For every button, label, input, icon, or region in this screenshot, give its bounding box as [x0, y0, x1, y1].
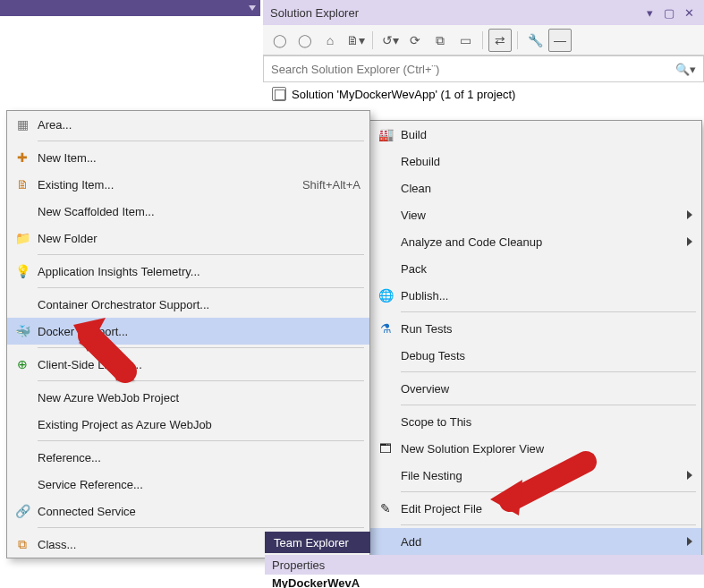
menu-item-label: New Azure WebJob Project [38, 391, 360, 405]
menu-item-label: Container Orchestrator Support... [38, 298, 360, 311]
menu-item-label: Area... [38, 118, 360, 132]
menu-item-label: Build [401, 128, 692, 141]
menu-item-label: Class... [38, 538, 275, 551]
menu-item-new-solution-explorer-view[interactable]: 🗔New Solution Explorer View [370, 435, 701, 462]
menu-item-overview[interactable]: Overview [370, 375, 701, 402]
team-explorer-tab[interactable]: Team Explorer [265, 532, 370, 553]
collapse-icon[interactable]: ▭ [454, 29, 477, 52]
properties-header: Properties [265, 555, 704, 575]
menu-item-label: File Nesting [401, 469, 669, 482]
menu-item-label: Service Reference... [38, 478, 360, 491]
toolbar-separator [372, 31, 373, 49]
menu-item-existing-item[interactable]: 🗎Existing Item...Shift+Alt+A [7, 171, 369, 198]
add-submenu: ▦Area...✚New Item...🗎Existing Item...Shi… [6, 110, 370, 558]
telemetry-icon: 💡 [7, 265, 38, 277]
solution-explorer-panel: Solution Explorer ▾ ▢ ✕ ◯ ◯ ⌂ 🗎▾ ↺▾ ⟳ ⧉ … [263, 0, 704, 106]
panel-dropdown-icon[interactable]: ▾ [641, 4, 657, 21]
menu-item-rebuild[interactable]: Rebuild [370, 148, 701, 175]
copy-icon[interactable]: ⧉ [428, 29, 452, 52]
menu-item-new-folder[interactable]: 📁New Folder [7, 225, 369, 251]
menu-separator [401, 491, 696, 492]
existing-item-icon: 🗎 [7, 178, 38, 191]
menu-item-label: Run Tests [401, 322, 692, 336]
menu-item-publish[interactable]: 🌐Publish... [370, 282, 701, 309]
menu-item-new-item[interactable]: ✚New Item... [7, 144, 369, 171]
menu-item-view[interactable]: View [370, 201, 701, 228]
menu-item-label: New Item... [38, 151, 360, 165]
menu-item-container-orchestrator-support[interactable]: Container Orchestrator Support... [7, 291, 369, 318]
chevron-right-icon [687, 210, 692, 219]
solution-node[interactable]: Solution 'MyDockerWevApp' (1 of 1 projec… [263, 82, 704, 106]
menu-item-debug-tests[interactable]: Debug Tests [370, 342, 701, 369]
menu-item-edit-project-file[interactable]: ✎Edit Project File [370, 495, 701, 522]
menu-item-analyze-and-code-cleanup[interactable]: Analyze and Code Cleanup [370, 228, 701, 255]
menu-item-new-scaffolded-item[interactable]: New Scaffolded Item... [7, 198, 369, 225]
menu-separator [38, 440, 364, 441]
menu-item-label: Scope to This [401, 415, 692, 429]
show-all-icon[interactable]: ⇄ [488, 29, 512, 52]
forward-icon[interactable]: ◯ [293, 29, 317, 52]
class-icon: ⧉ [7, 538, 38, 550]
menu-item-area[interactable]: ▦Area... [7, 111, 369, 138]
menu-item-service-reference[interactable]: Service Reference... [7, 471, 369, 498]
menu-item-label: Client-Side Library... [38, 358, 360, 371]
edit-file-icon: ✎ [370, 502, 401, 515]
menu-item-application-insights-telemetry[interactable]: 💡Application Insights Telemetry... [7, 258, 369, 285]
menu-item-label: Publish... [401, 289, 692, 303]
search-icon[interactable]: 🔍▾ [675, 63, 696, 76]
menu-item-run-tests[interactable]: ⚗Run Tests [370, 315, 701, 342]
menu-item-label: Edit Project File [401, 502, 692, 516]
new-item-icon: ✚ [7, 151, 38, 164]
menu-item-label: Pack [401, 262, 692, 276]
solution-explorer-toolbar: ◯ ◯ ⌂ 🗎▾ ↺▾ ⟳ ⧉ ▭ ⇄ 🔧 — [263, 25, 704, 55]
build-icon: 🏭 [370, 128, 401, 141]
menu-item-clean[interactable]: Clean [370, 175, 701, 201]
search-input[interactable] [271, 63, 675, 76]
menu-item-label: View [401, 209, 669, 222]
menu-item-label: Clean [401, 182, 692, 195]
dropdown-caret-icon[interactable] [249, 5, 256, 11]
close-icon[interactable]: ✕ [681, 4, 697, 21]
sync-icon[interactable]: ↺▾ [378, 29, 402, 52]
wrench-icon[interactable]: 🔧 [523, 29, 547, 52]
project-name-value: MyDockerWevA [272, 576, 360, 589]
docker-icon: 🐳 [7, 325, 38, 337]
menu-item-pack[interactable]: Pack [370, 255, 701, 282]
menu-item-build[interactable]: 🏭Build [370, 121, 701, 148]
chevron-right-icon [687, 237, 692, 246]
save-all-icon[interactable]: 🗎▾ [344, 29, 367, 52]
menu-separator [38, 380, 364, 381]
area-icon: ▦ [7, 118, 38, 131]
home-icon[interactable]: ⌂ [318, 29, 342, 52]
menu-item-file-nesting[interactable]: File Nesting [370, 462, 701, 489]
chevron-right-icon [687, 537, 692, 546]
menu-item-reference[interactable]: Reference... [7, 444, 369, 471]
menu-item-label: Application Insights Telemetry... [38, 265, 360, 278]
menu-item-add[interactable]: Add [370, 528, 701, 555]
menu-item-label: New Folder [38, 232, 360, 245]
menu-separator [38, 347, 364, 348]
menu-item-label: Analyze and Code Cleanup [401, 235, 669, 249]
menu-separator [401, 405, 696, 405]
menu-item-scope-to-this[interactable]: Scope to This [370, 408, 701, 435]
menu-separator [38, 287, 364, 288]
properties-icon[interactable]: — [548, 29, 572, 52]
pin-icon[interactable]: ▢ [661, 4, 677, 21]
folder-icon: 📁 [7, 232, 38, 244]
menu-item-client-side-library[interactable]: ⊕Client-Side Library... [7, 351, 369, 378]
menu-item-connected-service[interactable]: 🔗Connected Service [7, 498, 369, 524]
menu-item-new-azure-webjob-project[interactable]: New Azure WebJob Project [7, 384, 369, 411]
menu-item-label: Existing Item... [38, 178, 276, 192]
menu-item-docker-support[interactable]: 🐳Docker Support... [7, 318, 369, 345]
refresh-icon[interactable]: ⟳ [403, 29, 427, 52]
solution-label: Solution 'MyDockerWevApp' (1 of 1 projec… [292, 88, 515, 101]
search-box[interactable]: 🔍▾ [263, 55, 704, 82]
back-icon[interactable]: ◯ [268, 29, 292, 52]
menu-item-label: Debug Tests [401, 349, 692, 362]
menu-item-existing-project-as-azure-webjob[interactable]: Existing Project as Azure WebJob [7, 411, 369, 438]
menu-item-label: New Solution Explorer View [401, 442, 692, 456]
project-context-menu: 🏭BuildRebuildCleanViewAnalyze and Code C… [369, 120, 702, 588]
panel-title-bar: Solution Explorer ▾ ▢ ✕ [263, 0, 704, 25]
chevron-right-icon [687, 471, 692, 480]
new-view-icon: 🗔 [370, 442, 401, 455]
